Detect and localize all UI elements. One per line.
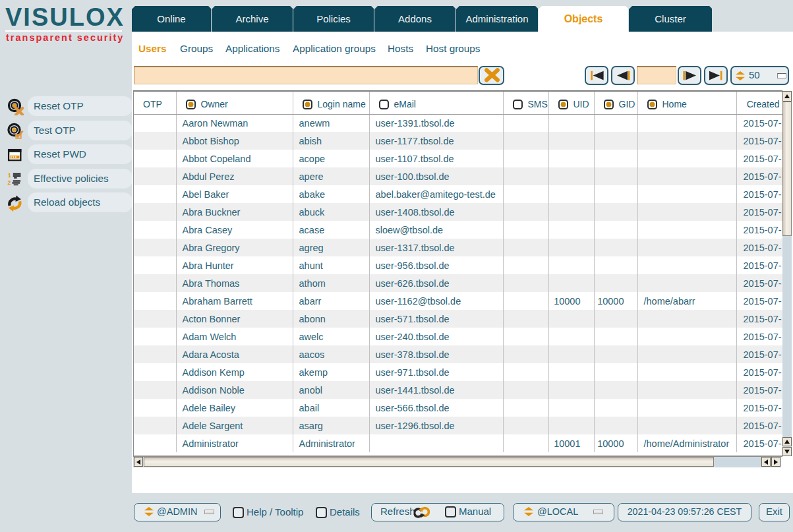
svg-text:1: 1 xyxy=(8,171,11,178)
svg-text:2: 2 xyxy=(8,179,11,185)
